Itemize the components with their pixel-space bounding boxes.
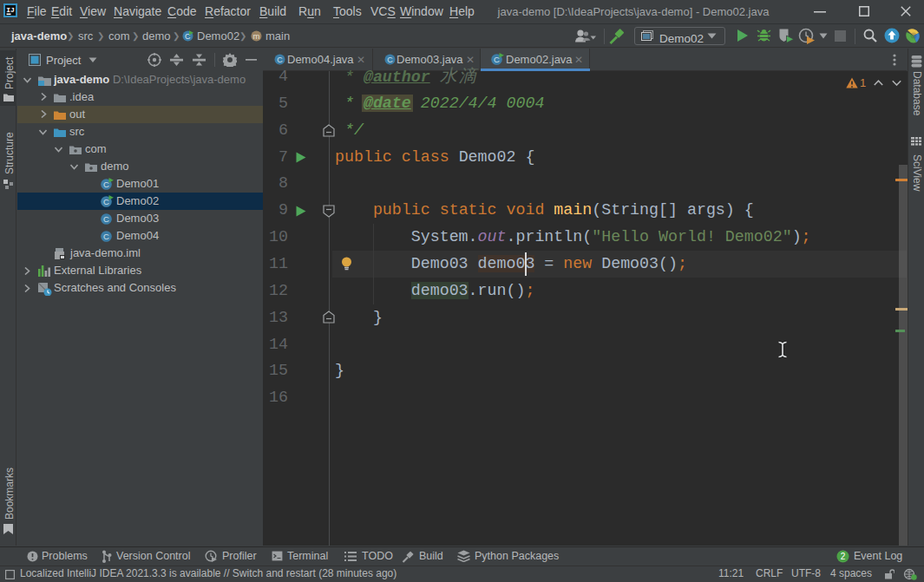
svg-text:C: C [103,197,109,206]
svg-text:2: 2 [841,552,846,561]
svg-text:C: C [494,55,500,64]
svg-text:IJ: IJ [6,6,15,14]
svg-text:C: C [103,214,109,224]
svg-text:m: m [253,31,260,41]
svg-text:C: C [103,180,109,189]
svg-text:C: C [103,232,109,241]
